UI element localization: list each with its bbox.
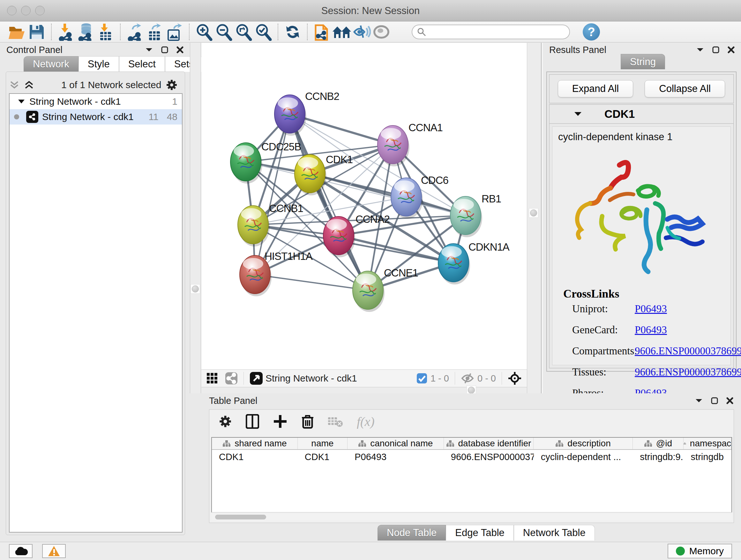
node-CDKN1A[interactable]: CDKN1A [438,241,510,285]
column-header-name[interactable]: name [298,438,347,449]
table-row[interactable]: CDK1CDK1P064939606.ENSP00000378699cyclin… [212,450,731,464]
float-panel-icon[interactable] [161,46,168,53]
delete-column-icon[interactable] [301,414,314,429]
network-share-icon[interactable] [225,372,238,385]
column-header-database-identifier[interactable]: database identifier [444,438,534,449]
export-table-button[interactable] [145,23,165,41]
node-RB1[interactable]: RB1 [450,193,501,237]
help-button[interactable]: ? [583,23,600,41]
column-header--id[interactable]: @id [633,438,684,449]
float-panel-icon[interactable] [712,46,719,53]
crosslink-value[interactable]: P06493 [635,324,667,336]
hide-labels-button[interactable] [352,23,372,41]
column-header-description[interactable]: description [534,438,633,449]
table-panel: Table Panel f(x) shared namenamecanonica… [201,393,741,542]
expand-all-icon[interactable] [24,81,34,89]
table-cell[interactable]: stringdb:9... [633,452,684,462]
expand-all-button[interactable]: Expand All [558,80,633,98]
table-gear-icon[interactable] [219,415,232,428]
node-CDC6[interactable]: CDC6 [391,174,448,219]
search-input[interactable] [426,27,560,37]
save-session-button[interactable] [27,23,47,41]
network-collection-row[interactable]: String Network - cdk1 1 [10,94,182,109]
node-CCNE1[interactable]: CCNE1 [353,267,418,312]
add-column-icon[interactable] [273,415,287,428]
tab-node-table[interactable]: Node Table [378,525,446,541]
edge-CCNE1-HIST1H1A[interactable] [255,274,368,290]
network-graph[interactable]: CCNB2CCNA1CDC25BCDK1CDC6RB1CCNB1CCNA2CDK… [201,43,527,369]
refresh-button[interactable] [283,23,302,41]
close-panel-icon[interactable] [726,397,733,404]
detach-view-icon[interactable] [250,372,263,385]
node-CCNA1[interactable]: CCNA1 [378,122,443,166]
zoom-in-button[interactable] [194,23,214,41]
left-splitter[interactable] [190,43,201,393]
close-panel-icon[interactable] [177,46,184,53]
open-session-web-button[interactable] [312,23,332,41]
collapse-all-button[interactable]: Collapse All [645,80,725,98]
table-cell[interactable]: CDK1 [212,452,298,462]
collapse-all-icon[interactable] [10,81,19,89]
scrollbar-thumb[interactable] [215,515,266,519]
tab-network[interactable]: Network [23,56,78,72]
import-network-file-button[interactable] [56,23,76,41]
network-edges[interactable] [246,114,466,290]
import-table-button[interactable] [96,23,116,41]
open-session-button[interactable] [7,23,27,41]
import-network-database-button[interactable] [76,23,96,41]
tab-edge-table[interactable]: Edge Table [446,525,514,541]
string-tab-label[interactable]: String [621,54,665,69]
table-cell[interactable]: CDK1 [298,452,347,462]
close-panel-icon[interactable] [728,46,735,53]
bird-eye-button[interactable] [372,23,391,41]
hidden-eye-icon[interactable] [461,373,474,384]
zoom-out-button[interactable] [214,23,233,41]
right-splitter[interactable] [527,43,542,393]
export-image-button[interactable] [165,23,185,41]
node-label-CCNA1: CCNA1 [408,122,443,133]
tab-network-table[interactable]: Network Table [514,525,595,541]
export-network-button[interactable] [125,23,145,41]
zoom-selected-button[interactable] [253,23,273,41]
show-columns-icon[interactable] [246,414,259,429]
column-header-shared-name[interactable]: shared name [212,438,298,449]
collapse-panel-icon[interactable] [145,47,153,52]
splitter-handle[interactable] [529,208,538,218]
gene-section-header[interactable]: CDK1 [549,105,733,124]
float-panel-icon[interactable] [711,397,718,404]
warnings-button[interactable] [42,544,66,558]
gear-icon[interactable] [166,79,178,91]
collapse-panel-icon[interactable] [696,47,704,52]
tab-style[interactable]: Style [78,56,119,72]
grid-view-icon[interactable] [206,373,218,384]
crosslink-value[interactable]: 9606.ENSP00000378699 [635,366,741,378]
splitter-handle[interactable] [191,284,200,294]
cloud-button[interactable] [9,544,32,558]
search-box[interactable] [412,24,570,39]
zoom-fit-button[interactable] [233,23,253,41]
gene-name: CDK1 [604,108,635,120]
selected-checkbox-icon[interactable] [416,373,427,384]
table-cell[interactable]: cyclin-dependent ... [534,452,633,462]
birds-eye-toggle-icon[interactable] [508,371,522,385]
tab-select[interactable]: Select [119,56,165,72]
table-h-scrollbar[interactable] [211,514,732,521]
tree-expand-icon[interactable] [18,99,25,104]
collapse-panel-icon[interactable] [695,398,703,403]
string-home-button[interactable] [332,23,352,41]
memory-button[interactable]: Memory [668,544,732,558]
column-header-namespac[interactable]: namespac [684,438,731,449]
node-table[interactable]: shared namenamecanonical namedatabase id… [211,437,732,512]
node-CCNB2[interactable]: CCNB2 [274,90,339,136]
table-cell[interactable]: stringdb [684,452,731,462]
results-panel-tab-string[interactable]: String [621,56,665,68]
node-CCNA2[interactable]: CCNA2 [323,213,390,257]
network-row[interactable]: String Network - cdk1 11 48 [10,109,182,125]
node-HIST1H1A[interactable]: HIST1H1A [240,250,313,296]
column-header-canonical-name[interactable]: canonical name [347,438,444,449]
section-expand-icon[interactable] [574,111,582,117]
table-cell[interactable]: 9606.ENSP00000378699 [444,452,534,462]
crosslink-value[interactable]: P06493 [635,303,667,315]
table-cell[interactable]: P06493 [347,452,444,462]
crosslink-value[interactable]: 9606.ENSP00000378699 [635,345,741,357]
